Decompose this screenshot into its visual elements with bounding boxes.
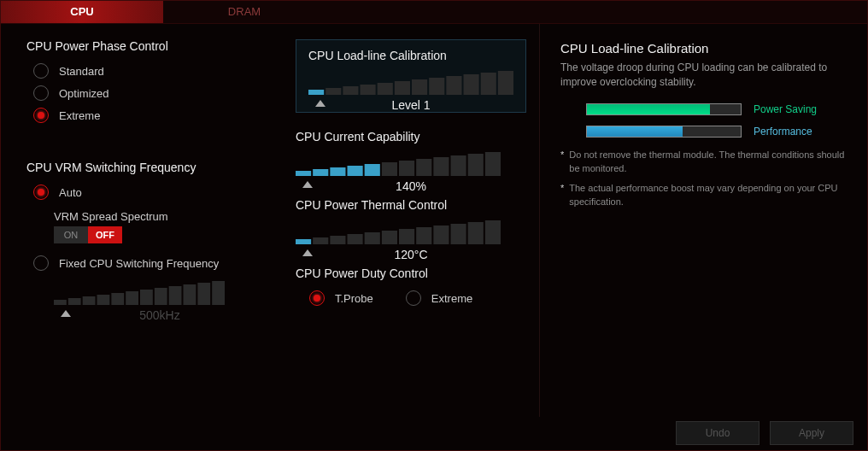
loadline-value: Level 1 xyxy=(391,98,430,112)
thermal-slider[interactable]: 120°C xyxy=(296,219,526,249)
svg-rect-30 xyxy=(399,161,414,176)
asterisk-icon: * xyxy=(560,148,564,176)
radio-label: Extreme xyxy=(431,292,472,305)
svg-rect-39 xyxy=(348,234,363,244)
current-slider[interactable]: 140% xyxy=(296,150,526,181)
tab-bar: CPU DRAM xyxy=(1,1,867,24)
radio-label: Standard xyxy=(59,65,104,78)
svg-rect-44 xyxy=(433,226,449,244)
bar-fill xyxy=(587,104,710,114)
phase-title: CPU Power Phase Control xyxy=(26,39,266,53)
svg-rect-36 xyxy=(296,239,311,244)
duty-radio-extreme[interactable]: Extreme xyxy=(406,287,472,309)
svg-rect-26 xyxy=(330,167,345,176)
vrm-spread-label: VRM Spread Spectrum xyxy=(54,210,266,223)
svg-rect-35 xyxy=(485,152,501,176)
info-panel: CPU Load-line Calibration The voltage dr… xyxy=(539,24,867,417)
left-column: CPU Power Phase Control StandardOptimize… xyxy=(1,24,283,417)
loadline-slider[interactable]: Level 1 xyxy=(308,69,513,100)
info-bar-power-saving: Power Saving xyxy=(586,103,847,115)
info-notes: *Do not remove the thermal module. The t… xyxy=(560,148,847,209)
phase-radio-extreme[interactable]: Extreme xyxy=(33,104,266,126)
info-note: *The actual performance boost may vary d… xyxy=(560,181,847,209)
svg-rect-25 xyxy=(313,169,328,176)
vrm-spread-toggle[interactable]: ON OFF xyxy=(54,226,122,243)
undo-button[interactable]: Undo xyxy=(676,421,760,445)
svg-rect-29 xyxy=(382,162,397,176)
current-block: CPU Current Capability 140% xyxy=(296,130,526,181)
info-desc: The voltage droop during CPU loading can… xyxy=(560,61,847,90)
asterisk-icon: * xyxy=(560,181,564,209)
phase-radio-group: StandardOptimizedExtreme xyxy=(26,60,266,126)
vrm-radio-fixed[interactable]: Fixed CPU Switching Frequency xyxy=(33,252,266,274)
svg-rect-1 xyxy=(68,298,81,305)
svg-rect-18 xyxy=(412,79,427,95)
slider-pointer-icon xyxy=(302,249,313,256)
loadline-title: CPU Load-line Calibration xyxy=(308,49,513,62)
svg-rect-17 xyxy=(395,81,410,95)
radio-label: Optimized xyxy=(59,87,109,100)
vrm-fixed-label: Fixed CPU Switching Frequency xyxy=(59,257,219,270)
svg-rect-43 xyxy=(416,227,431,244)
svg-rect-15 xyxy=(361,85,376,95)
duty-title: CPU Power Duty Control xyxy=(296,266,526,280)
tab-cpu[interactable]: CPU xyxy=(1,1,163,23)
svg-rect-16 xyxy=(378,83,393,95)
svg-rect-21 xyxy=(464,74,479,95)
info-bar-performance: Performance xyxy=(586,126,847,138)
slider-pointer-icon xyxy=(61,310,71,317)
content-body: CPU Power Phase Control StandardOptimize… xyxy=(1,24,867,417)
footer: Undo Apply xyxy=(1,416,867,450)
svg-rect-2 xyxy=(83,296,96,305)
radio-dot-icon xyxy=(406,290,421,306)
bar-track xyxy=(586,103,742,115)
apply-button[interactable]: Apply xyxy=(770,421,853,445)
radio-dot-icon xyxy=(309,290,325,306)
svg-rect-41 xyxy=(382,231,397,244)
duty-radio-tprobe[interactable]: T.Probe xyxy=(309,287,373,309)
svg-rect-32 xyxy=(433,157,449,176)
toggle-off: OFF xyxy=(88,226,122,243)
duty-block: CPU Power Duty Control T.ProbeExtreme xyxy=(296,266,526,309)
svg-rect-4 xyxy=(111,293,124,305)
svg-rect-27 xyxy=(348,166,363,176)
phase-radio-standard[interactable]: Standard xyxy=(33,60,266,82)
svg-rect-14 xyxy=(343,86,358,95)
svg-rect-37 xyxy=(313,237,328,244)
bar-label-perf: Performance xyxy=(754,126,812,138)
radio-dot-icon xyxy=(33,63,49,79)
phase-radio-optimized[interactable]: Optimized xyxy=(33,82,266,104)
svg-rect-22 xyxy=(481,73,496,95)
middle-column: CPU Load-line Calibration Level 1 CPU Cu… xyxy=(283,24,539,417)
svg-rect-12 xyxy=(308,90,324,95)
radio-dot-icon xyxy=(33,108,49,123)
svg-rect-31 xyxy=(416,159,431,176)
thermal-value: 120°C xyxy=(394,248,427,261)
svg-rect-7 xyxy=(155,288,167,305)
svg-rect-46 xyxy=(468,222,484,244)
svg-rect-33 xyxy=(451,155,466,176)
svg-rect-10 xyxy=(197,283,210,305)
svg-rect-34 xyxy=(468,154,484,176)
loadline-block[interactable]: CPU Load-line Calibration Level 1 xyxy=(296,39,526,113)
radio-dot-icon xyxy=(33,184,49,200)
info-title: CPU Load-line Calibration xyxy=(560,41,847,56)
svg-rect-38 xyxy=(330,236,345,244)
current-value: 140% xyxy=(396,179,426,193)
radio-dot-icon xyxy=(33,255,49,271)
bios-panel: CPU DRAM CPU Power Phase Control Standar… xyxy=(0,0,868,451)
slider-pointer-icon xyxy=(315,100,326,107)
bar-track xyxy=(586,126,742,138)
slider-pointer-icon xyxy=(302,181,313,188)
duty-radio-group: T.ProbeExtreme xyxy=(302,287,526,309)
vrm-radio-auto[interactable]: Auto xyxy=(33,181,266,203)
tab-dram[interactable]: DRAM xyxy=(163,1,326,23)
svg-rect-28 xyxy=(365,164,380,176)
radio-label: T.Probe xyxy=(335,292,373,305)
svg-rect-11 xyxy=(212,281,225,305)
info-note: *Do not remove the thermal module. The t… xyxy=(560,148,847,176)
svg-rect-8 xyxy=(169,286,182,305)
radio-dot-icon xyxy=(33,85,49,101)
vrm-title: CPU VRM Switching Frequency xyxy=(26,161,266,174)
vrm-fixed-slider: 500kHz xyxy=(54,279,266,310)
